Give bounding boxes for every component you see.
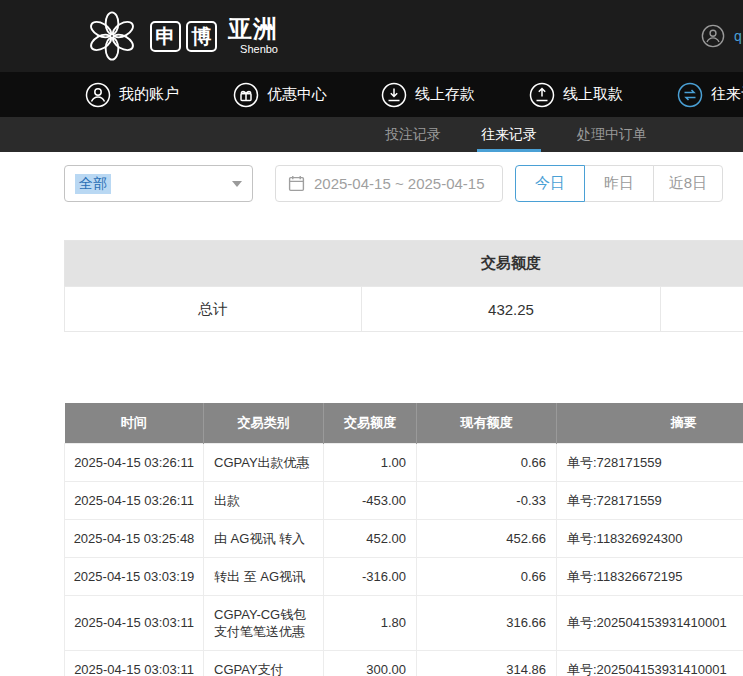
transactions-table: 时间交易类别交易额度现有额度摘要 2025-04-15 03:26:11CGPA… — [64, 403, 743, 676]
flower-logo-icon — [85, 9, 139, 63]
cell-amount: 1.00 — [324, 443, 417, 481]
cell-memo: 单号:118326672195 — [557, 557, 743, 595]
cell-memo: 单号:728171559 — [557, 481, 743, 519]
brand-char-1: 申 — [150, 21, 181, 52]
cell-amount: -316.00 — [324, 557, 417, 595]
nav-item-label: 优惠中心 — [267, 85, 327, 104]
table-row: 2025-04-15 03:25:48由 AG视讯 转入452.00452.66… — [65, 519, 743, 557]
tab-1[interactable]: 往来记录 — [481, 117, 537, 152]
cell-type: 由 AG视讯 转入 — [204, 519, 324, 557]
records-icon — [677, 82, 703, 108]
cell-time: 2025-04-15 03:25:48 — [65, 519, 204, 557]
summary-header-row: 交易额度 — [65, 241, 743, 287]
cell-type: 转出 至 AG视讯 — [204, 557, 324, 595]
nav-item-1[interactable]: 优惠中心 — [233, 82, 327, 108]
account-avatar-icon — [701, 24, 725, 48]
main-nav: 我的账户优惠中心线上存款线上取款往来记录 — [0, 72, 743, 117]
column-header-memo: 摘要 — [557, 403, 743, 443]
cell-amount: 300.00 — [324, 650, 417, 676]
withdraw-icon — [529, 82, 555, 108]
cell-amount: 452.00 — [324, 519, 417, 557]
summary-total-empty — [661, 287, 743, 332]
cell-balance: -0.33 — [417, 481, 557, 519]
page: 申 博 亚洲 Shenbo q 我的账户优惠中心线上存款线上取款往 — [0, 0, 743, 676]
deposit-icon — [381, 82, 407, 108]
cell-memo: 单号:728171559 — [557, 443, 743, 481]
filter-bar: 全部 2025-04-15 ~ 2025-04-15 今日昨日近8日 — [64, 165, 743, 202]
nav-item-label: 线上存款 — [415, 85, 475, 104]
table-row: 2025-04-15 03:26:11出款-453.00-0.33单号:7281… — [65, 481, 743, 519]
user-icon — [85, 82, 111, 108]
nav-item-label: 往来记录 — [711, 85, 743, 104]
cell-balance: 0.66 — [417, 557, 557, 595]
records-subnav: 投注记录往来记录处理中订单 — [0, 117, 743, 152]
cell-time: 2025-04-15 03:26:11 — [65, 481, 204, 519]
cell-type: CGPAY支付 — [204, 650, 324, 676]
cell-time: 2025-04-15 03:03:11 — [65, 595, 204, 650]
nav-item-label: 我的账户 — [119, 85, 179, 104]
category-dropdown[interactable]: 全部 — [64, 165, 253, 202]
column-header-type: 交易类别 — [204, 403, 324, 443]
column-header-amount: 交易额度 — [324, 403, 417, 443]
viewport: 申 博 亚洲 Shenbo q 我的账户优惠中心线上存款线上取款往 — [0, 0, 743, 676]
summary-table: 交易额度 总计 432.25 — [64, 240, 743, 332]
summary-header-empty — [65, 241, 362, 287]
summary-total-row: 总计 432.25 — [65, 287, 743, 332]
quick-date-buttons: 今日昨日近8日 — [515, 165, 723, 202]
cell-time: 2025-04-15 03:03:11 — [65, 650, 204, 676]
brand-region-text: 亚洲 — [228, 17, 278, 41]
tab-0[interactable]: 投注记录 — [385, 117, 441, 152]
nav-item-2[interactable]: 线上存款 — [381, 82, 475, 108]
cell-type: 出款 — [204, 481, 324, 519]
summary-header-amount: 交易额度 — [362, 241, 661, 287]
table-row: 2025-04-15 03:03:11CGPAY支付300.00314.86单号… — [65, 650, 743, 676]
nav-item-label: 线上取款 — [563, 85, 623, 104]
top-brand-bar: 申 博 亚洲 Shenbo q — [0, 0, 743, 72]
summary-header-empty-2 — [661, 241, 743, 287]
cell-time: 2025-04-15 03:26:11 — [65, 443, 204, 481]
brand-char-2: 博 — [186, 21, 217, 52]
nav-item-4[interactable]: 往来记录 — [677, 82, 743, 108]
transactions-head-row: 时间交易类别交易额度现有额度摘要 — [65, 403, 743, 443]
brand-subtitle: Shenbo — [240, 44, 278, 55]
quick-date-button-0[interactable]: 今日 — [515, 165, 585, 202]
date-range-picker[interactable]: 2025-04-15 ~ 2025-04-15 — [275, 165, 503, 202]
quick-date-button-2[interactable]: 近8日 — [653, 165, 723, 202]
summary-total-value: 432.25 — [362, 287, 661, 332]
cell-amount: 1.80 — [324, 595, 417, 650]
cell-type: CGPAY-CG钱包支付笔笔送优惠 — [204, 595, 324, 650]
column-header-balance: 现有额度 — [417, 403, 557, 443]
cell-amount: -453.00 — [324, 481, 417, 519]
content: 全部 2025-04-15 ~ 2025-04-15 今日昨日近8日 — [64, 165, 743, 676]
brand-name-boxes: 申 博 — [150, 21, 217, 52]
cell-balance: 314.86 — [417, 650, 557, 676]
cell-balance: 0.66 — [417, 443, 557, 481]
promo-icon — [233, 82, 259, 108]
cell-memo: 单号:118326924300 — [557, 519, 743, 557]
table-row: 2025-04-15 03:03:11CGPAY-CG钱包支付笔笔送优惠1.80… — [65, 595, 743, 650]
category-dropdown-value: 全部 — [75, 174, 111, 194]
cell-time: 2025-04-15 03:03:19 — [65, 557, 204, 595]
table-row: 2025-04-15 03:26:11CGPAY出款优惠1.000.66单号:7… — [65, 443, 743, 481]
summary-total-label: 总计 — [65, 287, 362, 332]
date-range-value: 2025-04-15 ~ 2025-04-15 — [314, 175, 485, 192]
transactions-tbody: 2025-04-15 03:26:11CGPAY出款优惠1.000.66单号:7… — [65, 443, 743, 676]
quick-date-button-1[interactable]: 昨日 — [584, 165, 654, 202]
cell-memo: 单号:202504153931410001 — [557, 595, 743, 650]
column-header-time: 时间 — [65, 403, 204, 443]
cell-balance: 452.66 — [417, 519, 557, 557]
brand-region-block: 亚洲 Shenbo — [228, 17, 278, 55]
tab-2[interactable]: 处理中订单 — [577, 117, 647, 152]
user-account-area[interactable]: q — [701, 24, 742, 48]
nav-item-0[interactable]: 我的账户 — [85, 82, 179, 108]
brand-logo[interactable]: 申 博 亚洲 Shenbo — [85, 9, 278, 63]
nav-item-3[interactable]: 线上取款 — [529, 82, 623, 108]
table-row: 2025-04-15 03:03:19转出 至 AG视讯-316.000.66单… — [65, 557, 743, 595]
cell-type: CGPAY出款优惠 — [204, 443, 324, 481]
cell-balance: 316.66 — [417, 595, 557, 650]
cell-memo: 单号:202504153931410001 — [557, 650, 743, 676]
username-text: q — [734, 28, 742, 44]
calendar-icon — [288, 175, 305, 192]
chevron-down-icon — [232, 181, 242, 187]
